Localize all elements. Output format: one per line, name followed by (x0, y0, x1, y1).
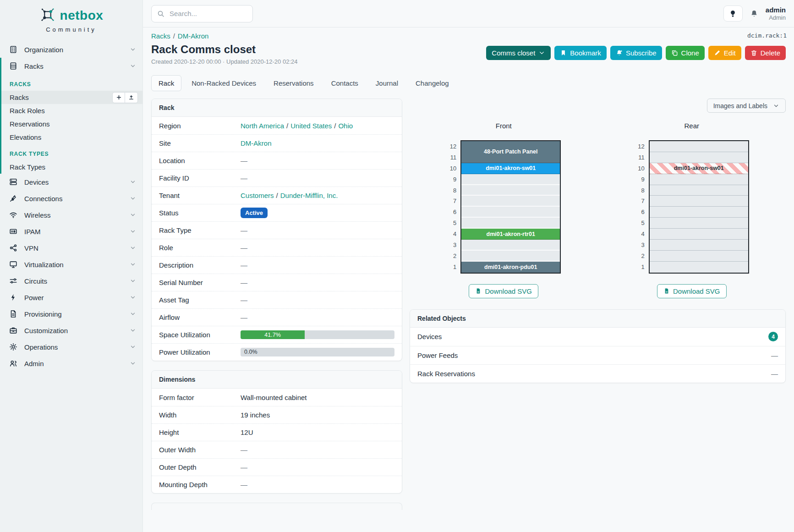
sidebar-item-label: Circuits (24, 277, 47, 285)
link-united-states[interactable]: United States (290, 122, 332, 130)
sidebar-item-devices[interactable]: Devices (0, 174, 142, 190)
front-unit-numbers: 121110987654321 (446, 140, 456, 274)
sidebar-item-customization[interactable]: Customization (0, 322, 142, 339)
action-buttons: Comms closetBookmarkSubscribeCloneEditDe… (486, 46, 786, 60)
sidebar-item-ipam[interactable]: IPAM (0, 223, 142, 240)
progress-bar-power-utilization: 0.0% (241, 348, 394, 356)
unit-number-2: 2 (446, 251, 456, 262)
chevron-down-icon (538, 49, 545, 56)
sidebar-item-power[interactable]: Power (0, 289, 142, 306)
sidebar-item-racks[interactable]: Racks (1, 91, 142, 104)
breadcrumb: Racks/DM-Akron (151, 32, 297, 40)
notifications-button[interactable] (750, 10, 758, 18)
rear-download-svg-button[interactable]: Download SVG (657, 284, 727, 298)
sidebar-item-circuits[interactable]: Circuits (0, 273, 142, 289)
related-label: Devices (417, 333, 442, 340)
comms-closet-dropdown[interactable]: Comms closet (486, 46, 551, 60)
file-icon (475, 288, 482, 294)
chevron-down-icon (130, 212, 136, 218)
import-button[interactable] (125, 92, 138, 103)
sidebar-item-reservations[interactable]: Reservations (1, 117, 142, 131)
link-dunder-mifflin-inc[interactable]: Dunder-Mifflin, Inc. (280, 192, 338, 199)
table-row-airflow: Airflow— (152, 308, 402, 326)
sidebar-item-racks[interactable]: Racks (1, 58, 142, 74)
tab-changelog[interactable]: Changelog (408, 75, 456, 91)
tab-rack[interactable]: Rack (151, 75, 181, 91)
dimensions-panel: Dimensions Form factorWall-mounted cabin… (151, 370, 402, 494)
related-row-power-feeds[interactable]: Power Feeds— (410, 346, 785, 364)
rear-rack: dmi01-akron-sw01 (649, 140, 749, 274)
elevation-view-select[interactable]: Images and Labels (707, 99, 786, 113)
sidebar-item-connections[interactable]: Connections (0, 190, 142, 207)
related-row-devices[interactable]: Devices4 (410, 328, 785, 346)
lightning-icon (9, 293, 18, 302)
sidebar-item-provisioning[interactable]: Provisioning (0, 306, 142, 322)
sidebar-item-operations[interactable]: Operations (0, 339, 142, 355)
link-north-america[interactable]: North America (241, 122, 284, 130)
add-button[interactable] (112, 92, 125, 103)
sidebar-item-admin[interactable]: Admin (0, 355, 142, 372)
unit-number-8: 8 (635, 185, 645, 196)
empty-value: — (241, 226, 247, 234)
brand[interactable]: netbox Community (0, 0, 142, 35)
table-row-tenant: TenantCustomers/Dunder-Mifflin, Inc. (152, 186, 402, 204)
link-customers[interactable]: Customers (241, 192, 274, 199)
rack-unit-empty-u6 (650, 207, 748, 218)
sidebar-item-wireless[interactable]: Wireless (0, 207, 142, 223)
table-row-role: Role— (152, 239, 402, 256)
unit-number-11: 11 (446, 152, 456, 163)
related-row-rack-reservations[interactable]: Rack Reservations— (410, 364, 785, 383)
related-objects-panel: Related Objects Devices4Power Feeds—Rack… (410, 309, 786, 383)
sidebar-subitem-label: Elevations (10, 133, 41, 141)
separator: / (334, 122, 336, 130)
delete-button[interactable]: Delete (745, 46, 786, 60)
tab-non-racked-devices[interactable]: Non-Racked Devices (184, 75, 263, 91)
empty-value: — (241, 463, 247, 471)
unit-number-6: 6 (446, 207, 456, 218)
chevron-down-icon (130, 261, 136, 268)
search-input[interactable] (169, 9, 247, 18)
front-download-svg-button[interactable]: Download SVG (469, 284, 538, 298)
edit-button[interactable]: Edit (708, 46, 741, 60)
link-ohio[interactable]: Ohio (338, 122, 353, 130)
rack-panel-header: Rack (152, 99, 402, 117)
tab-contacts[interactable]: Contacts (324, 75, 366, 91)
page-title: Rack Comms closet (151, 43, 297, 56)
bookmark-button[interactable]: Bookmark (554, 46, 607, 60)
row-value: 0.0% (241, 348, 394, 356)
sidebar-item-rack-roles[interactable]: Rack Roles (1, 104, 142, 117)
sidebar-quick-actions (112, 92, 138, 103)
elevation-view-select-label: Images and Labels (713, 102, 767, 110)
sidebar-item-vpn[interactable]: VPN (0, 240, 142, 256)
sidebar-item-virtualization[interactable]: Virtualization (0, 256, 142, 273)
sidebar-item-organization[interactable]: Organization (0, 41, 142, 58)
sidebar-subitem-label: Reservations (10, 120, 50, 128)
rack-unit-empty-u8 (650, 185, 748, 196)
unit-number-1: 1 (635, 262, 645, 273)
subscribe-button[interactable]: Subscribe (610, 46, 662, 60)
breadcrumb-link-site[interactable]: DM-Akron (178, 32, 209, 40)
theme-toggle-button[interactable] (723, 5, 743, 22)
tab-journal[interactable]: Journal (368, 75, 405, 91)
rack-unit-dmi01-akron-pdu01[interactable]: dmi01-akron-pdu01 (461, 262, 560, 273)
rack-unit-48-port-patch-panel[interactable]: 48-Port Patch Panel (461, 141, 560, 163)
user-menu[interactable]: admin Admin (766, 6, 786, 22)
row-value: — (241, 313, 394, 321)
sidebar-item-rack-types[interactable]: Rack Types (1, 160, 142, 174)
sidebar-item-elevations[interactable]: Elevations (1, 131, 142, 144)
clone-button[interactable]: Clone (666, 46, 705, 60)
rack-unit-dmi01-akron-rtr01[interactable]: dmi01-akron-rtr01 (461, 229, 560, 240)
unit-number-8: 8 (446, 185, 456, 196)
link-dm-akron[interactable]: DM-Akron (241, 139, 272, 147)
row-label: Width (159, 411, 241, 419)
topbar: admin Admin (143, 0, 794, 27)
row-label: Height (159, 428, 241, 436)
rack-unit-dmi01-akron-sw01[interactable]: dmi01-akron-sw01 (650, 163, 748, 174)
breadcrumb-link-racks[interactable]: Racks (151, 32, 170, 40)
row-label: Description (159, 261, 241, 269)
tab-reservations[interactable]: Reservations (266, 75, 321, 91)
chevron-down-icon (130, 311, 136, 317)
row-label: Tenant (159, 192, 241, 199)
rack-unit-dmi01-akron-sw01[interactable]: dmi01-akron-sw01 (461, 163, 560, 174)
row-value: — (241, 279, 394, 286)
